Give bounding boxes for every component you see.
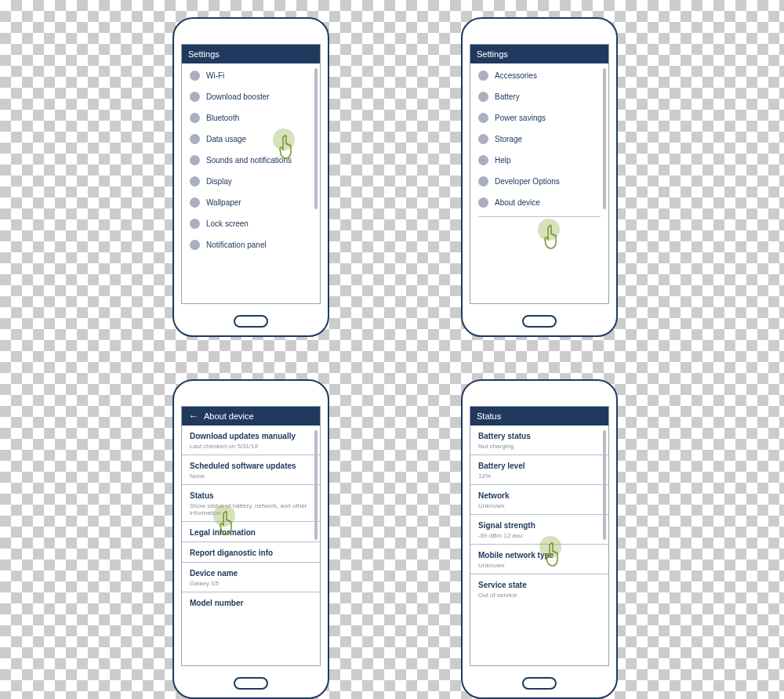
- header-title: About device: [204, 411, 254, 421]
- scrollbar[interactable]: [314, 430, 318, 540]
- item-subtitle: Last checked on 5/31/18: [190, 443, 312, 450]
- item-subtitle: Not charging: [478, 443, 601, 450]
- list-item[interactable]: Sounds and notifications: [182, 150, 320, 171]
- list-item-label: Power savings: [495, 114, 546, 122]
- bullet-icon: [190, 92, 200, 102]
- item-subtitle: Unknown: [478, 502, 601, 509]
- settings-list: Wi-Fi Download booster Bluetooth Data us…: [182, 63, 320, 255]
- status-list: Battery status Not charging Battery leve…: [470, 426, 608, 603]
- section-divider: [478, 216, 601, 217]
- list-item[interactable]: Wallpaper: [182, 192, 320, 213]
- header-bar: Settings: [470, 45, 608, 63]
- list-item[interactable]: Device name Galaxy S5: [182, 563, 320, 592]
- list-item-label: Display: [206, 177, 232, 186]
- item-title: Mobile network type: [478, 551, 601, 560]
- bullet-icon: [478, 134, 488, 144]
- list-item[interactable]: Storage: [470, 129, 608, 150]
- item-subtitle: 12%: [478, 473, 601, 480]
- item-title: Download updates manually: [190, 432, 312, 440]
- list-item-label: Accessories: [495, 71, 537, 80]
- list-item-label: Bluetooth: [206, 114, 239, 122]
- list-item-label: Wi-Fi: [206, 71, 224, 80]
- item-title: Status: [190, 491, 312, 500]
- list-item[interactable]: Model number: [182, 592, 320, 612]
- item-title: Signal strength: [478, 521, 601, 530]
- phone-about-device: ← About device Download updates manually…: [172, 379, 329, 699]
- list-item[interactable]: Signal strength -89 dBm 12 asu: [470, 515, 608, 545]
- list-item-label: About device: [495, 198, 540, 207]
- bullet-icon: [478, 155, 488, 165]
- header-title: Status: [477, 411, 501, 421]
- list-item[interactable]: Battery status Not charging: [470, 426, 608, 455]
- list-item-label: Data usage: [206, 135, 246, 143]
- screen: Settings Wi-Fi Download booster Bluetoot…: [181, 44, 321, 304]
- item-title: Battery status: [478, 432, 601, 440]
- list-item-label: Help: [495, 156, 511, 165]
- list-item-label: Lock screen: [206, 219, 249, 228]
- list-item[interactable]: Wi-Fi: [182, 65, 320, 86]
- item-subtitle: None: [190, 473, 312, 480]
- scrollbar[interactable]: [314, 68, 318, 209]
- item-title: Scheduled software updates: [190, 462, 312, 470]
- list-item[interactable]: Network Unknown: [470, 485, 608, 515]
- list-item[interactable]: Battery: [470, 86, 608, 107]
- phone-settings-2: Settings Accessories Battery Power savin…: [461, 17, 618, 337]
- item-subtitle: Out of service: [478, 592, 601, 599]
- item-title: Battery level: [478, 462, 601, 470]
- list-item[interactable]: Download booster: [182, 86, 320, 107]
- item-title: Legal information: [190, 528, 312, 537]
- item-title: Report diganostic info: [190, 549, 312, 557]
- back-arrow-icon[interactable]: ←: [188, 411, 199, 422]
- scrollbar[interactable]: [603, 430, 606, 540]
- list-item[interactable]: Developer Options: [470, 171, 608, 192]
- item-subtitle: -89 dBm 12 asu: [478, 532, 601, 539]
- phone-settings-1: Settings Wi-Fi Download booster Bluetoot…: [172, 17, 329, 337]
- list-item[interactable]: Report diganostic info: [182, 542, 320, 563]
- list-item[interactable]: Help: [470, 150, 608, 171]
- bullet-icon: [190, 134, 200, 144]
- bullet-icon: [190, 155, 200, 165]
- home-button[interactable]: [522, 315, 557, 328]
- bullet-icon: [190, 197, 200, 208]
- list-item[interactable]: Notification panel: [182, 234, 320, 255]
- list-item-label: Wallpaper: [206, 198, 241, 207]
- header-title: Settings: [188, 49, 220, 59]
- list-item[interactable]: Power savings: [470, 107, 608, 129]
- list-item[interactable]: Bluetooth: [182, 107, 320, 129]
- bullet-icon: [478, 71, 488, 81]
- home-button[interactable]: [234, 677, 268, 690]
- item-title: Device name: [190, 569, 312, 578]
- list-item[interactable]: Data usage: [182, 129, 320, 150]
- screen: Status Battery status Not charging Batte…: [470, 406, 609, 666]
- header-title: Settings: [477, 49, 508, 59]
- screen: ← About device Download updates manually…: [181, 406, 321, 666]
- bullet-icon: [478, 113, 488, 123]
- list-item[interactable]: Display: [182, 171, 320, 192]
- header-bar: Settings: [182, 45, 320, 63]
- list-item-label: Notification panel: [206, 241, 267, 249]
- list-item-label: Download booster: [206, 92, 270, 101]
- header-bar: Status: [470, 407, 608, 426]
- list-item[interactable]: Service state Out of service: [470, 574, 608, 603]
- home-button[interactable]: [234, 315, 268, 328]
- item-title: Network: [478, 491, 601, 500]
- list-item[interactable]: About device: [470, 192, 608, 213]
- list-item[interactable]: Mobile network type Unknown: [470, 545, 608, 574]
- list-item[interactable]: Legal information: [182, 522, 320, 542]
- list-item[interactable]: Status Show status of battery, network, …: [182, 485, 320, 522]
- list-item[interactable]: Scheduled software updates None: [182, 455, 320, 485]
- settings-list: Accessories Battery Power savings Storag…: [470, 63, 608, 213]
- bullet-icon: [190, 71, 200, 81]
- item-subtitle: Unknown: [478, 562, 601, 569]
- list-item[interactable]: Accessories: [470, 65, 608, 86]
- home-button[interactable]: [522, 677, 557, 690]
- scrollbar[interactable]: [603, 68, 606, 209]
- item-subtitle: Galaxy S5: [190, 580, 312, 587]
- list-item[interactable]: Lock screen: [182, 213, 320, 234]
- list-item-label: Developer Options: [495, 177, 560, 186]
- list-item[interactable]: Battery level 12%: [470, 455, 608, 485]
- bullet-icon: [478, 197, 488, 208]
- bullet-icon: [190, 240, 200, 250]
- item-title: Model number: [190, 599, 312, 607]
- list-item[interactable]: Download updates manually Last checked o…: [182, 426, 320, 455]
